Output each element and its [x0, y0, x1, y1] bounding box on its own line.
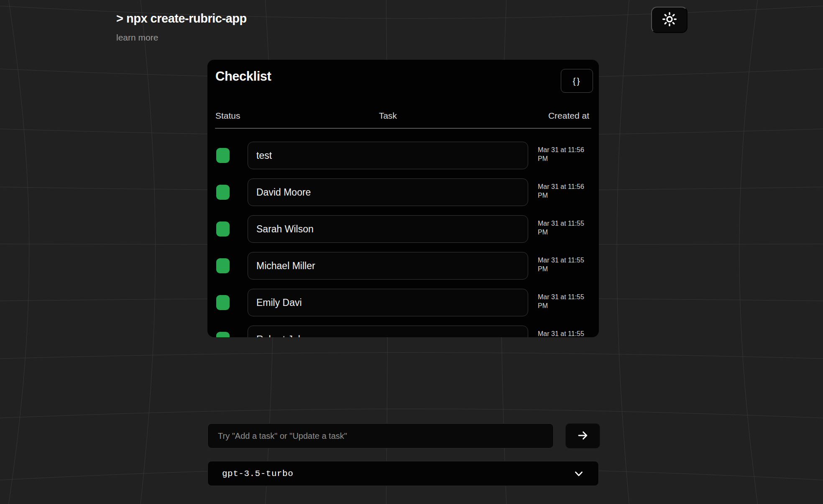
status-checkbox[interactable] — [216, 295, 230, 310]
theme-toggle-button[interactable] — [651, 7, 688, 33]
checklist-card: Checklist {} Status Task Created at test… — [207, 60, 599, 337]
page-title: > npx create-rubric-app — [116, 12, 247, 25]
column-header-created-at: Created at — [538, 111, 589, 122]
task-label: test — [256, 150, 272, 161]
task-label: Emily Davi — [256, 297, 302, 308]
task-input[interactable]: test — [248, 142, 528, 169]
created-at-label: Mar 31 at 11:56 PM — [538, 182, 588, 200]
created-at-label: Mar 31 at 11:55 PM — [538, 293, 588, 310]
task-input[interactable]: Robert Johnson — [248, 326, 528, 337]
task-command-input[interactable] — [207, 423, 554, 448]
created-at-label: Mar 31 at 11:55 PM — [538, 256, 588, 273]
arrow-right-icon — [577, 429, 589, 443]
column-header-task: Task — [248, 111, 528, 122]
task-input[interactable]: Sarah Wilson — [248, 215, 528, 243]
json-view-button[interactable]: {} — [561, 69, 593, 93]
status-checkbox[interactable] — [216, 148, 230, 163]
table-row: Sarah Wilson Mar 31 at 11:55 PM — [207, 215, 599, 243]
app-background: > npx create-rubric-app learn more Check… — [0, 0, 823, 504]
table-row: Emily Davi Mar 31 at 11:55 PM — [207, 289, 599, 316]
created-at-label: Mar 31 at 11:55 PM — [538, 329, 588, 337]
task-label: Robert Johnson — [256, 334, 324, 338]
checklist-title: Checklist — [215, 69, 271, 84]
task-label: Michael Miller — [256, 260, 315, 272]
task-input[interactable]: Michael Miller — [248, 252, 528, 280]
status-checkbox[interactable] — [216, 185, 230, 200]
table-row: test Mar 31 at 11:56 PM — [207, 142, 599, 169]
model-select-value: gpt-3.5-turbo — [222, 469, 293, 479]
created-at-label: Mar 31 at 11:55 PM — [538, 219, 588, 237]
table-header-divider — [215, 128, 591, 129]
sun-icon — [662, 12, 677, 28]
learn-more-link[interactable]: learn more — [116, 33, 158, 43]
table-row: Michael Miller Mar 31 at 11:55 PM — [207, 252, 599, 280]
created-at-label: Mar 31 at 11:56 PM — [538, 145, 588, 163]
chevron-down-icon — [573, 469, 584, 480]
status-checkbox[interactable] — [216, 258, 230, 273]
model-select[interactable]: gpt-3.5-turbo — [207, 461, 599, 486]
column-header-status: Status — [215, 111, 240, 122]
status-checkbox[interactable] — [216, 221, 230, 237]
task-input[interactable]: David Moore — [248, 178, 528, 206]
status-checkbox[interactable] — [216, 332, 230, 337]
submit-button[interactable] — [565, 423, 600, 448]
task-input[interactable]: Emily Davi — [248, 289, 528, 316]
task-label: David Moore — [256, 187, 311, 198]
table-row: Robert Johnson Mar 31 at 11:55 PM — [207, 326, 599, 337]
table-row: David Moore Mar 31 at 11:56 PM — [207, 178, 599, 206]
task-label: Sarah Wilson — [256, 224, 314, 235]
